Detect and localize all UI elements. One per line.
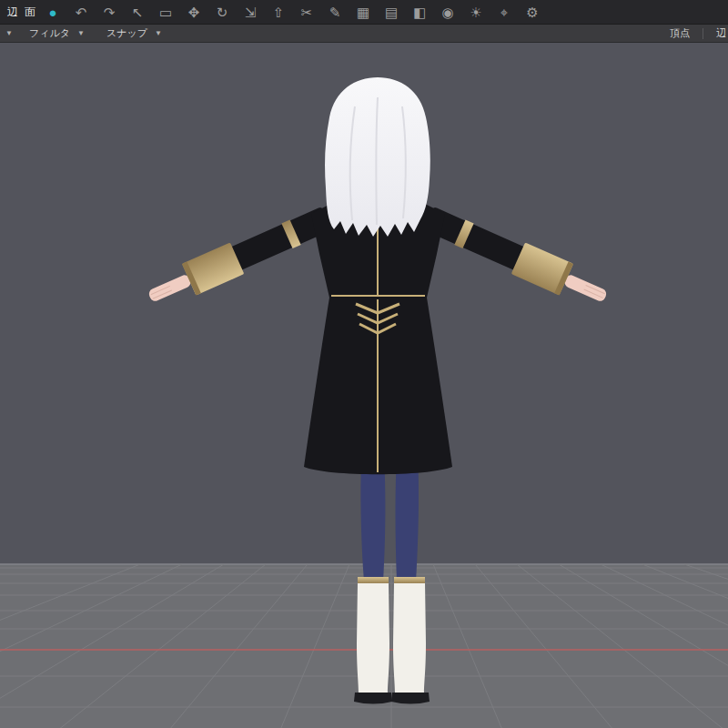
right-boot-gold-trim xyxy=(394,577,425,583)
viewport[interactable] xyxy=(0,43,728,728)
app-window: 辺 面 ●↶↷↖▭✥↻⇲⇧✂✎▦▤◧◉☀⌖⚙ ▼ フィルタ ▼ スナップ ▼ 頂… xyxy=(0,0,728,728)
edge-mode-label[interactable]: 辺 xyxy=(7,6,18,17)
mirror-icon[interactable]: ◧ xyxy=(409,5,430,19)
filter-dropdown[interactable]: フィルタ ▼ xyxy=(18,25,96,42)
toolbar-divider xyxy=(703,28,703,39)
snap-dropdown[interactable]: スナップ ▼ xyxy=(96,25,173,42)
grid-icon[interactable]: ▦ xyxy=(352,5,374,19)
left-boot[interactable] xyxy=(354,577,392,704)
extrude-icon[interactable]: ⇧ xyxy=(268,5,289,19)
rect-select-icon[interactable]: ▭ xyxy=(155,5,177,19)
material-icon[interactable]: ◉ xyxy=(437,5,459,19)
settings-icon[interactable]: ⚙ xyxy=(521,5,543,19)
redo-icon[interactable]: ↷ xyxy=(98,5,120,19)
light-icon[interactable]: ☀ xyxy=(465,5,487,19)
camera-icon[interactable]: ⌖ xyxy=(493,5,515,19)
selection-filter-group: 頂点 辺 xyxy=(670,26,728,40)
edge-filter-toggle[interactable]: 辺 xyxy=(716,26,726,40)
chevron-down-icon: ▼ xyxy=(77,29,85,37)
right-boot[interactable] xyxy=(391,577,430,704)
wireframe-icon[interactable]: ▤ xyxy=(380,5,402,19)
chevron-down-icon: ▼ xyxy=(155,29,162,37)
scale-icon[interactable]: ⇲ xyxy=(239,5,261,19)
pen-icon[interactable]: ✎ xyxy=(324,5,346,19)
undo-icon[interactable]: ↶ xyxy=(70,5,92,19)
filter-dropdown-label: フィルタ xyxy=(29,26,70,40)
move-icon[interactable]: ✥ xyxy=(183,5,205,19)
face-mode-label[interactable]: 面 xyxy=(25,6,35,17)
filter-toolbar: ▼ フィルタ ▼ スナップ ▼ 頂点 辺 xyxy=(0,25,728,43)
hair[interactable] xyxy=(325,77,430,237)
left-boot-gold-trim xyxy=(358,577,389,583)
vertex-filter-toggle[interactable]: 頂点 xyxy=(670,26,690,40)
snap-dropdown-label: スナップ xyxy=(106,26,147,40)
viewport-canvas[interactable] xyxy=(0,43,728,728)
knife-icon[interactable]: ✂ xyxy=(296,5,318,19)
view-options-caret-icon[interactable]: ▼ xyxy=(0,29,18,37)
sphere-mode-icon[interactable]: ● xyxy=(42,5,64,19)
rotate-icon[interactable]: ↻ xyxy=(211,5,233,19)
main-toolbar: 辺 面 ●↶↷↖▭✥↻⇲⇧✂✎▦▤◧◉☀⌖⚙ xyxy=(0,0,728,25)
toolbar-icon-strip: ●↶↷↖▭✥↻⇲⇧✂✎▦▤◧◉☀⌖⚙ xyxy=(42,5,543,19)
select-icon[interactable]: ↖ xyxy=(126,5,148,19)
